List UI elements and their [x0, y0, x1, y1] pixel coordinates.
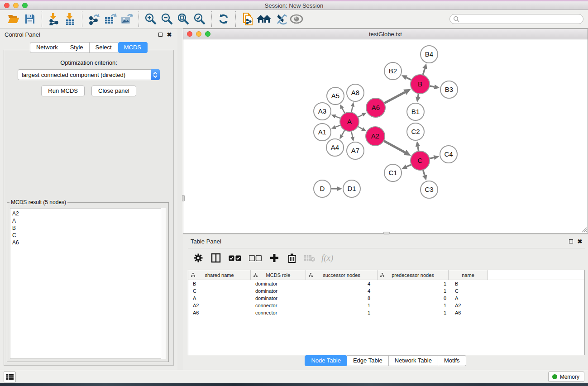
zoom-fit-icon[interactable]: [175, 12, 191, 26]
network-node-B4[interactable]: B4: [421, 46, 438, 63]
table-row[interactable]: Adominator80A: [188, 295, 584, 302]
columns-icon[interactable]: [210, 252, 222, 264]
memory-button[interactable]: Memory: [548, 372, 584, 382]
tab-edge-table[interactable]: Edge Table: [347, 355, 389, 366]
mcds-list-scrollbar[interactable]: [161, 208, 166, 359]
close-network-icon[interactable]: [187, 31, 192, 37]
edge-B-B2[interactable]: [406, 77, 411, 80]
table-row[interactable]: Cdominator41C: [188, 287, 584, 295]
edge-B-B3[interactable]: [430, 86, 435, 87]
hide-labels-icon[interactable]: [272, 12, 288, 26]
edge-A-A2[interactable]: [358, 127, 362, 129]
mcds-result-item[interactable]: A2: [12, 210, 165, 217]
tab-style[interactable]: Style: [64, 42, 90, 53]
search-field[interactable]: [449, 14, 583, 24]
network-node-A1[interactable]: A1: [314, 124, 331, 141]
home-view-icon[interactable]: [256, 12, 272, 26]
edge-C-C2[interactable]: [418, 147, 419, 151]
network-node-C3[interactable]: C3: [421, 181, 438, 198]
float-table-panel-icon[interactable]: [567, 238, 574, 245]
tab-network-table[interactable]: Network Table: [389, 355, 438, 366]
minimize-window-icon[interactable]: [13, 3, 19, 8]
network-node-B3[interactable]: B3: [440, 81, 458, 98]
network-node-B1[interactable]: B1: [407, 103, 424, 120]
delete-icon[interactable]: [286, 252, 298, 264]
network-node-C2[interactable]: C2: [407, 123, 424, 140]
table-row[interactable]: A2connector11A2: [188, 302, 584, 309]
float-panel-icon[interactable]: [157, 31, 164, 38]
column-header-shared-name[interactable]: shared name: [188, 270, 251, 280]
export-network-icon[interactable]: [86, 12, 102, 26]
edge-C-C4[interactable]: [430, 157, 434, 158]
run-mcds-button[interactable]: Run MCDS: [41, 86, 85, 96]
edge-A-A8[interactable]: [351, 106, 352, 112]
tab-select[interactable]: Select: [90, 42, 118, 53]
tab-node-table[interactable]: Node Table: [305, 355, 347, 366]
select-all-checkbox-icon[interactable]: [228, 252, 242, 264]
refresh-layout-icon[interactable]: [215, 12, 232, 26]
tab-motifs[interactable]: Motifs: [438, 355, 466, 366]
minimize-network-icon[interactable]: [196, 31, 201, 37]
import-table-icon[interactable]: [62, 12, 78, 26]
network-node-D1[interactable]: D1: [343, 180, 360, 197]
network-node-A5[interactable]: A5: [327, 87, 344, 105]
mcds-result-item[interactable]: A: [12, 217, 165, 224]
close-table-panel-icon[interactable]: ✖: [576, 238, 583, 245]
splitter-handle[interactable]: [383, 232, 390, 234]
import-network-icon[interactable]: [46, 12, 62, 26]
edge-B-B1[interactable]: [418, 94, 418, 97]
network-canvas[interactable]: AA1A2A3A4A5A6A7A8BB1B2B3B4CC1C2C3C4DD1: [183, 39, 588, 233]
network-node-D[interactable]: D: [314, 180, 331, 197]
network-node-C[interactable]: C: [411, 151, 430, 170]
network-node-A[interactable]: A: [340, 112, 359, 131]
network-node-C4[interactable]: C4: [440, 146, 457, 163]
edge-C-C1[interactable]: [406, 165, 411, 167]
edge-A-A7[interactable]: [351, 132, 352, 137]
zoom-in-icon[interactable]: [143, 12, 159, 26]
table-row[interactable]: A6connector11A6: [188, 309, 584, 316]
edge-A-A4[interactable]: [342, 130, 344, 135]
splitter-handle[interactable]: [182, 195, 185, 201]
mcds-result-item[interactable]: B: [12, 224, 165, 232]
search-input[interactable]: [459, 15, 583, 23]
mcds-result-item[interactable]: A6: [12, 239, 165, 246]
edge-A2-C[interactable]: [384, 141, 405, 152]
clone-network-icon[interactable]: [239, 12, 256, 26]
column-header-name[interactable]: name: [449, 270, 488, 280]
criterion-select[interactable]: largest connected component (directed): [18, 69, 160, 80]
save-session-icon[interactable]: [22, 12, 38, 26]
zoom-out-icon[interactable]: [159, 12, 175, 26]
edge-A6-B[interactable]: [384, 92, 405, 103]
mcds-result-list[interactable]: A2ABCA6: [10, 208, 166, 359]
network-node-A4[interactable]: A4: [326, 139, 344, 156]
export-image-icon[interactable]: [119, 12, 135, 26]
deselect-all-checkbox-icon[interactable]: [248, 252, 263, 264]
tab-mcds[interactable]: MCDS: [118, 42, 148, 53]
show-graphics-icon[interactable]: [288, 12, 305, 26]
column-header-predecessor-nodes[interactable]: predecessor nodes: [378, 270, 449, 280]
network-node-B[interactable]: B: [411, 75, 430, 94]
close-panel-icon[interactable]: ✖: [166, 31, 173, 38]
resize-grip-icon[interactable]: [581, 227, 587, 233]
gear-icon[interactable]: [192, 252, 204, 264]
edge-A-A5[interactable]: [342, 108, 345, 113]
add-column-icon[interactable]: [268, 252, 280, 264]
network-node-A2[interactable]: A2: [366, 127, 385, 146]
close-window-icon[interactable]: [4, 3, 10, 8]
mcds-result-item[interactable]: C: [12, 232, 165, 239]
table-row[interactable]: Bdominator41B: [188, 280, 584, 287]
tab-network[interactable]: Network: [30, 42, 64, 53]
node-table[interactable]: shared nameMCDS rolesuccessor nodesprede…: [188, 270, 585, 355]
maximize-network-icon[interactable]: [205, 31, 210, 37]
column-header-successor-nodes[interactable]: successor nodes: [306, 270, 378, 280]
edge-A-A3[interactable]: [335, 116, 340, 118]
maximize-window-icon[interactable]: [22, 3, 28, 8]
edge-A-A1[interactable]: [335, 125, 340, 127]
close-panel-button[interactable]: Close panel: [91, 86, 136, 96]
column-header-MCDS-role[interactable]: MCDS role: [251, 270, 306, 280]
network-node-C1[interactable]: C1: [384, 164, 402, 181]
network-node-A7[interactable]: A7: [347, 142, 364, 159]
network-node-A3[interactable]: A3: [314, 103, 331, 120]
edge-B-B4[interactable]: [423, 69, 425, 75]
network-node-A8[interactable]: A8: [347, 84, 364, 101]
